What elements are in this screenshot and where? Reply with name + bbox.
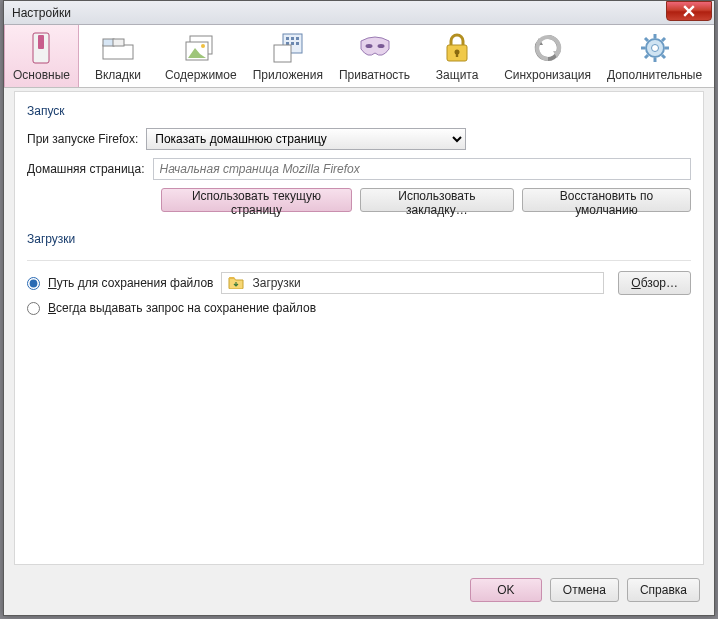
title-bar: Настройки <box>4 1 714 25</box>
svg-line-31 <box>662 55 665 58</box>
downloads-heading: Загрузки <box>27 230 691 256</box>
startup-heading: Запуск <box>27 102 691 128</box>
startup-action-select[interactable]: Показать домашнюю страницу <box>146 128 466 150</box>
tab-label: Защита <box>426 65 488 82</box>
tab-label: Дополнительные <box>607 65 702 82</box>
tab-privacy[interactable]: Приватность <box>331 25 418 87</box>
tab-sync[interactable]: Синхронизация <box>496 25 599 87</box>
svg-rect-2 <box>103 45 133 59</box>
svg-line-32 <box>662 38 665 41</box>
tab-label: Содержимое <box>165 65 237 82</box>
svg-rect-3 <box>103 39 114 46</box>
svg-rect-12 <box>296 37 299 40</box>
always-ask-radio[interactable] <box>27 302 40 315</box>
homepage-label: Домашняя страница: <box>27 162 145 176</box>
browse-button[interactable]: Обзор… <box>618 271 691 295</box>
use-current-page-button[interactable]: Использовать текущую страницу <box>161 188 352 212</box>
help-button[interactable]: Справка <box>627 578 700 602</box>
tab-tabs[interactable]: Вкладки <box>79 25 157 87</box>
tab-advanced[interactable]: Дополнительные <box>599 25 710 87</box>
svg-rect-11 <box>291 37 294 40</box>
ok-button[interactable]: OK <box>470 578 542 602</box>
download-folder-value: Загрузки <box>252 276 300 290</box>
divider <box>27 260 691 261</box>
svg-point-18 <box>377 44 384 48</box>
always-ask-label: Всегда выдавать запрос на сохранение фай… <box>48 301 316 315</box>
tab-label: Приложения <box>253 65 323 82</box>
tabs-icon <box>87 31 149 65</box>
svg-rect-16 <box>274 45 291 62</box>
cancel-button[interactable]: Отмена <box>550 578 619 602</box>
switch-icon <box>13 31 70 65</box>
restore-default-button[interactable]: Восстановить по умолчанию <box>522 188 691 212</box>
mask-icon <box>339 31 410 65</box>
tab-label: Приватность <box>339 65 410 82</box>
gear-icon <box>607 31 702 65</box>
tab-content[interactable]: Содержимое <box>157 25 245 87</box>
homepage-input[interactable] <box>153 158 692 180</box>
svg-rect-21 <box>456 53 458 57</box>
lock-icon <box>426 31 488 65</box>
svg-point-8 <box>201 44 205 48</box>
tab-applications[interactable]: Приложения <box>245 25 331 87</box>
applications-icon <box>253 31 323 65</box>
save-to-path-radio[interactable] <box>27 277 40 290</box>
use-bookmark-button[interactable]: Использовать закладку… <box>360 188 514 212</box>
svg-point-25 <box>651 45 658 52</box>
tab-label: Основные <box>13 65 70 82</box>
tab-general[interactable]: Основные <box>4 25 79 87</box>
launch-label: При запуске Firefox: <box>27 132 138 146</box>
download-path-display: Загрузки <box>221 272 604 294</box>
svg-line-33 <box>645 55 648 58</box>
folder-icon <box>228 275 244 292</box>
sync-icon <box>504 31 591 65</box>
content-panel: Запуск При запуске Firefox: Показать дом… <box>14 91 704 565</box>
tab-security[interactable]: Защита <box>418 25 496 87</box>
tab-label: Вкладки <box>87 65 149 82</box>
close-button[interactable] <box>666 1 712 21</box>
dialog-footer: OK Отмена Справка <box>4 565 714 615</box>
svg-rect-4 <box>113 39 124 46</box>
svg-rect-1 <box>38 35 44 49</box>
svg-rect-10 <box>286 37 289 40</box>
svg-rect-15 <box>296 42 299 45</box>
settings-window: Настройки Основные Вкладки Содержимое <box>3 0 715 616</box>
save-to-path-label: Путь для сохранения файлов <box>48 276 213 290</box>
window-title: Настройки <box>12 6 71 20</box>
content-icon <box>165 31 237 65</box>
svg-line-30 <box>645 38 648 41</box>
tab-label: Синхронизация <box>504 65 591 82</box>
svg-point-17 <box>365 44 372 48</box>
category-toolbar: Основные Вкладки Содержимое Приложения П… <box>4 25 714 88</box>
